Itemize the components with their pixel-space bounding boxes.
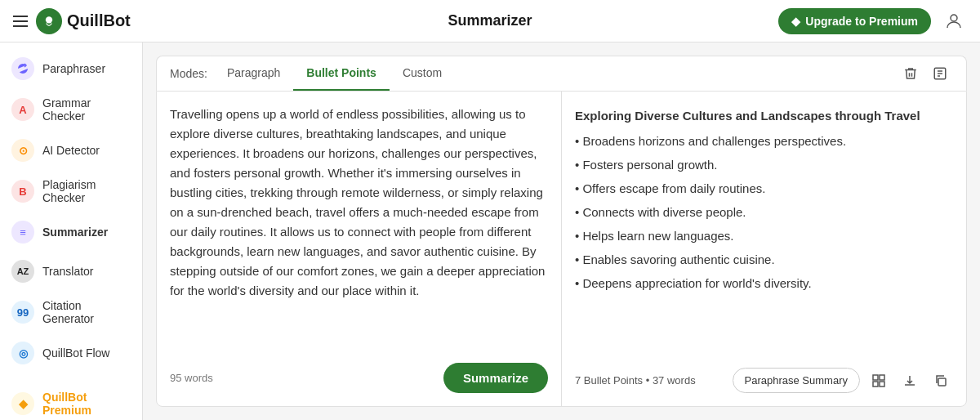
input-footer: 95 words Summarize	[170, 363, 548, 393]
output-stats: 7 Bullet Points • 37 words	[575, 374, 726, 386]
header: QuillBot Summarizer ◆ Upgrade to Premium	[0, 0, 980, 42]
logo[interactable]: QuillBot	[36, 8, 131, 34]
bullet-item: • Fosters personal growth.	[575, 154, 953, 176]
modes-bar: Modes: Paragraph Bullet Points Custom	[156, 56, 967, 91]
sidebar-item-translator[interactable]: AZ Translator	[0, 252, 142, 291]
translator-label: Translator	[42, 265, 94, 278]
grammar-checker-label: Grammar Checker	[42, 96, 131, 123]
output-text: Exploring Diverse Cultures and Landscape…	[575, 105, 953, 358]
paraphrase-button[interactable]: Paraphrase Summary	[733, 368, 860, 393]
svg-rect-7	[880, 375, 884, 380]
logo-icon	[36, 8, 62, 34]
page-title: Summarizer	[448, 12, 532, 29]
copy-button[interactable]	[929, 369, 953, 393]
svg-rect-10	[938, 378, 946, 386]
sidebar-item-plagiarism-checker[interactable]: B Plagiarism Checker	[0, 170, 142, 212]
main: Paraphraser A Grammar Checker ⊙ AI Detec…	[0, 42, 980, 420]
grammar-checker-icon: A	[11, 98, 34, 121]
citation-generator-label: Citation Generator	[42, 299, 131, 325]
modes-label: Modes:	[170, 67, 207, 80]
paraphraser-icon	[11, 57, 34, 80]
svg-point-1	[951, 15, 957, 21]
translator-icon: AZ	[11, 260, 34, 283]
summarizer-label: Summarizer	[42, 226, 108, 239]
upgrade-button[interactable]: ◆ Upgrade to Premium	[778, 8, 931, 34]
citation-generator-icon: 99	[11, 301, 34, 324]
header-left: QuillBot	[13, 8, 131, 34]
plagiarism-checker-label: Plagiarism Checker	[42, 178, 131, 204]
quillbot-flow-label: QuillBot Flow	[42, 346, 109, 360]
bullet-item: • Broadens horizons and challenges persp…	[575, 130, 953, 152]
sidebar-item-summarizer[interactable]: ≡ Summarizer	[0, 212, 142, 252]
summarize-button[interactable]: Summarize	[443, 363, 548, 393]
grid-view-button[interactable]	[866, 369, 891, 393]
profile-icon[interactable]	[941, 8, 967, 34]
input-panel: Travelling opens up a world of endless p…	[157, 92, 562, 406]
plagiarism-checker-icon: B	[11, 180, 34, 203]
premium-label: QuillBot Premium	[42, 391, 131, 417]
sidebar-item-paraphraser[interactable]: Paraphraser	[0, 49, 142, 88]
sidebar-item-grammar-checker[interactable]: A Grammar Checker	[0, 88, 142, 131]
notes-button[interactable]	[927, 60, 953, 87]
word-count: 95 words	[170, 372, 213, 384]
quillbot-flow-icon: ◎	[11, 342, 34, 364]
ai-detector-label: AI Detector	[42, 144, 100, 157]
sidebar-item-quillbot-flow[interactable]: ◎ QuillBot Flow	[0, 333, 142, 373]
delete-button[interactable]	[898, 60, 924, 87]
diamond-icon: ◆	[791, 15, 800, 28]
bullet-item: • Helps learn new languages.	[575, 225, 953, 247]
output-footer: 7 Bullet Points • 37 words Paraphrase Su…	[575, 368, 953, 393]
svg-rect-9	[880, 382, 884, 386]
bullet-item: • Offers escape from daily routines.	[575, 177, 953, 199]
premium-icon: ◆	[11, 392, 34, 415]
download-button[interactable]	[898, 369, 922, 393]
svg-rect-6	[873, 375, 878, 380]
bullet-item: • Enables savoring authentic cuisine.	[575, 248, 953, 270]
tab-bullet-points[interactable]: Bullet Points	[293, 56, 390, 91]
output-title: Exploring Diverse Cultures and Landscape…	[575, 105, 953, 127]
sidebar-item-premium[interactable]: ◆ QuillBot Premium	[0, 382, 142, 420]
input-text[interactable]: Travelling opens up a world of endless p…	[170, 105, 548, 353]
paraphraser-label: Paraphraser	[42, 62, 105, 75]
sidebar-item-ai-detector[interactable]: ⊙ AI Detector	[0, 131, 142, 170]
logo-text: QuillBot	[67, 11, 131, 30]
svg-rect-8	[873, 382, 878, 386]
tab-custom[interactable]: Custom	[390, 56, 455, 91]
svg-point-0	[46, 16, 52, 23]
editor-area: Travelling opens up a world of endless p…	[156, 91, 967, 407]
tab-paragraph[interactable]: Paragraph	[214, 56, 293, 91]
content: Modes: Paragraph Bullet Points Custom	[143, 42, 980, 420]
header-right: ◆ Upgrade to Premium	[778, 8, 967, 34]
sidebar-item-citation-generator[interactable]: 99 Citation Generator	[0, 291, 142, 333]
ai-detector-icon: ⊙	[11, 139, 34, 162]
bullet-item: • Connects with diverse people.	[575, 201, 953, 223]
menu-icon[interactable]	[13, 16, 28, 27]
summarizer-icon: ≡	[11, 221, 34, 244]
bullet-item: • Deepens appreciation for world's diver…	[575, 272, 953, 294]
upgrade-label: Upgrade to Premium	[805, 15, 918, 28]
sidebar: Paraphraser A Grammar Checker ⊙ AI Detec…	[0, 42, 143, 420]
output-panel: Exploring Diverse Cultures and Landscape…	[562, 92, 966, 406]
bullets-list: • Broadens horizons and challenges persp…	[575, 130, 953, 294]
